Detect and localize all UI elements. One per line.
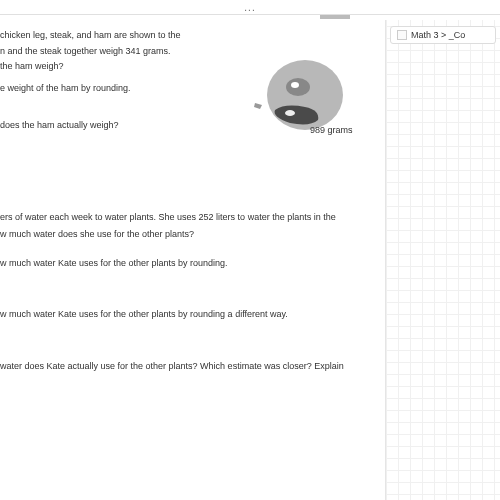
problem1-line1: chicken leg, steak, and ham are shown to…: [0, 30, 230, 42]
problem1-line3: the ham weigh?: [0, 61, 230, 73]
more-dots-icon[interactable]: ...: [244, 2, 255, 13]
problem1-line2: n and the steak together weigh 341 grams…: [0, 46, 230, 58]
top-toolbar: ...: [0, 0, 500, 15]
problem1-part-b: does the ham actually weigh?: [0, 120, 230, 132]
progress-bar: [320, 15, 350, 19]
tab-math3[interactable]: Math 3 > _Co: [390, 26, 496, 44]
problem2-part-b: w much water Kate uses for the other pla…: [0, 308, 370, 321]
document-icon: [397, 30, 407, 40]
problem2-part-a: w much water Kate uses for the other pla…: [0, 257, 370, 270]
tab-label: Math 3 > _Co: [411, 30, 465, 40]
problem2-part-c: water does Kate actually use for the oth…: [0, 360, 370, 373]
svg-point-1: [286, 78, 310, 96]
weight-label: 989 grams: [310, 125, 353, 135]
problem2-line2: w much water does she use for the other …: [0, 228, 370, 241]
problem1-part-a: e weight of the ham by rounding.: [0, 83, 230, 95]
svg-point-2: [291, 82, 299, 88]
problem2-line1: ers of water each week to water plants. …: [0, 211, 370, 224]
side-panel: Math 3 > _Co: [385, 20, 500, 500]
svg-point-3: [285, 110, 295, 116]
document-content: chicken leg, steak, and ham are shown to…: [0, 20, 380, 500]
